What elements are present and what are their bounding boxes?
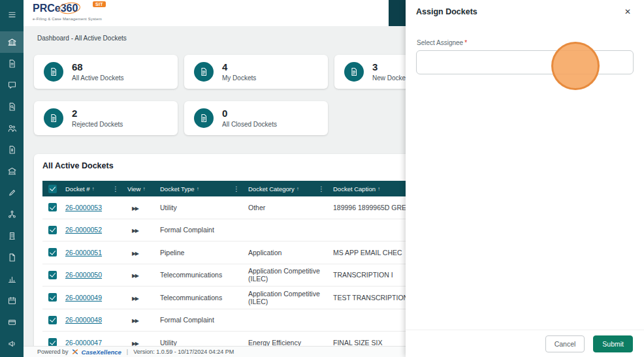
docket-category-cell: Application (245, 249, 330, 256)
sidebar-item-institution[interactable] (0, 161, 24, 182)
docket-number-link[interactable]: 26-0000050 (65, 271, 102, 279)
stat-value: 2 (72, 108, 123, 119)
view-docket-button[interactable]: ▶▶ (124, 226, 157, 234)
docket-number-link[interactable]: 26-0000051 (65, 249, 102, 256)
column-header-view[interactable]: View ↑ (124, 181, 157, 196)
sidebar-item-integrations[interactable] (0, 204, 24, 225)
document-icon (7, 59, 17, 69)
docket-number-link[interactable]: 26-0000052 (65, 226, 102, 234)
view-docket-button[interactable]: ▶▶ (124, 294, 157, 302)
view-docket-button[interactable]: ▶▶ (124, 339, 157, 347)
sidebar-item-case-search[interactable] (0, 96, 24, 117)
sort-arrow-icon[interactable]: ↑ (142, 186, 145, 192)
docket-number-cell: 26-0000048 (62, 316, 124, 324)
docket-number-link[interactable]: 26-0000048 (65, 316, 102, 324)
stat-card-text: 4My Dockets (222, 62, 256, 82)
docket-number-cell: 26-0000052 (62, 226, 124, 234)
row-select-checkbox[interactable] (42, 316, 62, 324)
sidebar-item-notes[interactable] (0, 182, 24, 204)
sidebar-item-reports[interactable] (0, 268, 24, 290)
row-select-checkbox[interactable] (42, 203, 62, 211)
casexellence-brand: CaseXellence (82, 349, 121, 356)
stat-card-icon (194, 108, 214, 128)
view-docket-button[interactable]: ▶▶ (124, 316, 157, 324)
checkbox-checked-icon (48, 185, 57, 193)
column-menu-icon[interactable]: ⋮ (233, 185, 242, 193)
column-label: Docket Type (160, 185, 195, 193)
required-asterisk: * (464, 39, 467, 46)
top-header: PRCe360 SIT e-Filing & Case Management S… (24, 0, 406, 26)
docket-number-link[interactable]: 26-0000053 (65, 204, 102, 211)
drawer-title: Assign Dockets (416, 7, 477, 16)
docket-type-cell: Formal Complaint (157, 316, 245, 324)
column-menu-icon[interactable]: ⋮ (318, 185, 327, 193)
sidebar-item-organization[interactable] (0, 225, 24, 247)
sidebar-item-menu[interactable] (0, 4, 24, 25)
view-docket-button[interactable]: ▶▶ (124, 271, 157, 279)
app-tagline: e-Filing & Case Management System (33, 17, 102, 21)
docket-doc-icon (49, 67, 58, 76)
row-select-checkbox[interactable] (42, 226, 62, 234)
close-icon[interactable]: ✕ (623, 7, 632, 17)
stat-value: 0 (222, 108, 277, 119)
row-select-checkbox[interactable] (42, 248, 62, 256)
stat-card[interactable]: 68All Active Dockets (34, 55, 178, 89)
stat-card[interactable]: 0All Closed Dockets (184, 101, 328, 135)
sidebar-item-billing[interactable] (0, 139, 24, 161)
stat-card-icon (194, 62, 214, 82)
users-icon (7, 123, 17, 133)
checkbox-checked-icon (48, 271, 57, 279)
column-header-docket-type[interactable]: Docket Type ↑ ⋮ (157, 181, 245, 196)
file-icon (7, 253, 17, 262)
sidebar-item-messages[interactable] (0, 74, 24, 96)
submit-button[interactable]: Submit (593, 335, 633, 352)
select-all-checkbox[interactable] (42, 181, 62, 196)
docket-doc-icon (49, 114, 58, 123)
fast-forward-icon: ▶▶ (132, 296, 138, 302)
docket-type-cell: Pipeline (157, 249, 245, 256)
sidebar-item-dashboard[interactable] (0, 31, 24, 53)
stat-card[interactable]: 4My Dockets (184, 55, 328, 89)
stat-label: All Closed Dockets (222, 121, 277, 128)
view-docket-button[interactable]: ▶▶ (124, 204, 157, 211)
pencil-icon (7, 188, 17, 198)
view-docket-button[interactable]: ▶▶ (124, 249, 157, 256)
column-header-docket-category[interactable]: Docket Category ↑ ⋮ (245, 181, 330, 196)
table-title: All Active Dockets (42, 161, 114, 170)
menu-icon (7, 10, 17, 20)
header-dark-strip (389, 0, 406, 26)
sidebar-item-files[interactable] (0, 247, 24, 268)
sidebar-item-announcements[interactable] (0, 333, 24, 354)
stat-card[interactable]: 2Rejected Dockets (34, 101, 178, 135)
environment-badge: SIT (93, 1, 106, 7)
chat-icon (7, 80, 17, 90)
app-logo: PRCe360 SIT (33, 3, 80, 14)
sort-arrow-icon[interactable]: ↑ (92, 186, 95, 192)
fast-forward-icon: ▶▶ (132, 251, 138, 256)
column-label: View (127, 185, 140, 193)
row-select-checkbox[interactable] (42, 293, 62, 302)
file-search-icon (7, 102, 17, 112)
sidebar-item-payments[interactable] (0, 311, 24, 333)
sidebar-item-documents[interactable] (0, 53, 24, 74)
sort-arrow-icon[interactable]: ↑ (378, 186, 380, 192)
assignee-input[interactable] (416, 50, 634, 74)
cancel-button[interactable]: Cancel (545, 335, 585, 352)
sidebar-item-users[interactable] (0, 117, 24, 139)
fast-forward-icon: ▶▶ (132, 206, 138, 211)
stat-card-text: 68All Active Dockets (72, 62, 123, 82)
column-header-docket-number[interactable]: Docket # ↑ ⋮ (62, 181, 124, 196)
sort-arrow-icon[interactable]: ↑ (297, 186, 299, 192)
stat-card-text: 2Rejected Dockets (72, 108, 123, 128)
sidebar-item-calendar[interactable] (0, 290, 24, 311)
sort-arrow-icon[interactable]: ↑ (197, 186, 199, 192)
column-label: Docket # (65, 185, 90, 193)
docket-number-link[interactable]: 26-0000047 (65, 339, 102, 347)
assign-dockets-drawer: Assign Dockets ✕ Select Assignee* Cancel… (406, 0, 644, 357)
docket-number-link[interactable]: 26-0000049 (65, 294, 102, 302)
fast-forward-icon: ▶▶ (132, 318, 138, 324)
casexellence-logo-icon (72, 349, 78, 355)
row-select-checkbox[interactable] (42, 271, 62, 279)
docket-category-cell: Other (245, 204, 330, 211)
column-menu-icon[interactable]: ⋮ (112, 185, 121, 193)
